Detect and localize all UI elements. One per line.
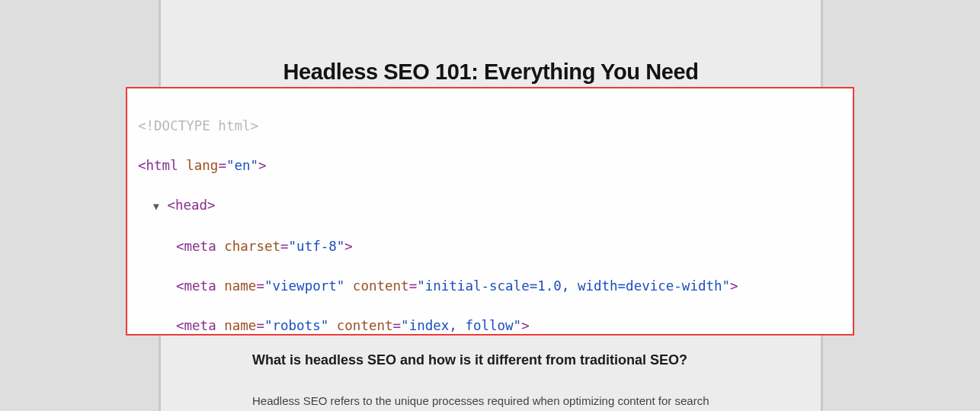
section-body-text: Headless SEO refers to the unique proces…	[252, 393, 729, 411]
code-head-tag: head	[175, 197, 207, 213]
article-heading-wrap: Headless SEO 101: Everything You Need	[161, 0, 821, 85]
section-heading: What is headless SEO and how is it diffe…	[252, 351, 729, 369]
article-title: Headless SEO 101: Everything You Need	[161, 59, 821, 85]
section-heading-wrap: What is headless SEO and how is it diffe…	[252, 351, 729, 369]
code-html-tag: html	[146, 158, 178, 173]
section-body-wrap: Headless SEO refers to the unique proces…	[252, 393, 729, 411]
html-source-code-box: <!DOCTYPE html> <html lang="en"> ▼ <head…	[126, 87, 854, 336]
code-doctype: <!DOCTYPE html>	[138, 118, 258, 133]
expand-caret-icon[interactable]: ▼	[153, 201, 159, 212]
